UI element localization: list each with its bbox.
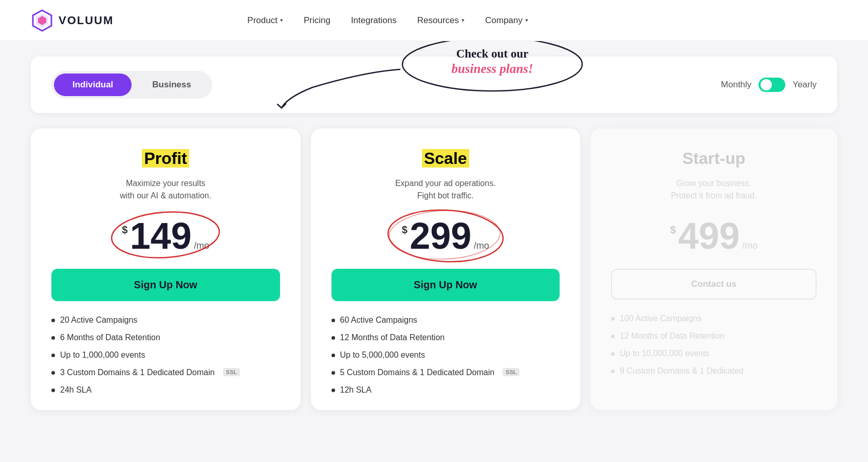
pricing-cards: Profit Maximize your results with our AI… xyxy=(31,128,837,410)
scale-features: 60 Active Campaigns 12 Months of Data Re… xyxy=(331,316,560,395)
list-item: 12 Months of Data Retention xyxy=(331,333,560,342)
list-item: 12h SLA xyxy=(331,385,560,395)
scale-desc: Expand your ad operations. Fight bot tra… xyxy=(331,177,560,202)
bullet-icon xyxy=(51,319,55,322)
profit-plan-name: Profit xyxy=(142,149,189,168)
profit-features: 20 Active Campaigns 6 Months of Data Ret… xyxy=(51,316,280,395)
list-item: Up to 5,000,000 events xyxy=(331,350,560,360)
list-item: 20 Active Campaigns xyxy=(51,316,280,325)
billing-toggle-switch[interactable] xyxy=(759,78,785,92)
nav-links: Product ▾ Pricing Integrations Resources… xyxy=(247,15,528,26)
svg-text:Check out our: Check out our xyxy=(456,47,528,60)
yearly-label: Yearly xyxy=(792,80,817,90)
svg-point-3 xyxy=(402,38,582,91)
plan-switcher-card: Individual Business Check out our busine… xyxy=(31,57,837,113)
nav-product[interactable]: Product ▾ xyxy=(247,15,283,26)
profit-price-area: $ 149 /mo xyxy=(51,217,280,254)
startup-contact-button[interactable]: Contact us xyxy=(611,269,817,300)
profit-signup-button[interactable]: Sign Up Now xyxy=(51,269,280,301)
scale-highlight: Scale xyxy=(422,149,469,168)
bullet-icon xyxy=(51,354,55,357)
profit-card: Profit Maximize your results with our AI… xyxy=(31,128,301,410)
list-item: Up to 10,000,000 events xyxy=(611,349,817,358)
main-content: Individual Business Check out our busine… xyxy=(0,41,868,431)
profit-currency: $ xyxy=(122,224,127,235)
startup-price: 499 xyxy=(678,215,740,256)
startup-desc: Grow your business. Protect it from ad f… xyxy=(611,177,817,202)
ssl-badge: SSL xyxy=(503,368,520,376)
logo-text: VOLUUM xyxy=(59,14,114,27)
ssl-badge: SSL xyxy=(223,368,240,376)
billing-toggle: Monthly Yearly xyxy=(721,78,817,92)
profit-name-wrapper: Profit xyxy=(51,149,280,173)
startup-price-area: $ 499 /mo xyxy=(611,217,817,254)
profit-per: /mo xyxy=(194,241,209,251)
bullet-icon xyxy=(331,354,335,357)
scale-per: /mo xyxy=(474,241,489,251)
bullet-icon xyxy=(611,352,615,356)
bullet-icon xyxy=(51,371,55,375)
list-item: 100 Active Campaigns xyxy=(611,314,817,323)
nav-resources[interactable]: Resources ▾ xyxy=(417,15,465,26)
scale-signup-button[interactable]: Sign Up Now xyxy=(331,269,560,301)
scale-name-wrapper: Scale xyxy=(331,149,560,173)
bullet-icon xyxy=(611,369,615,373)
list-item: 3 Custom Domains & 1 Dedicated Domain SS… xyxy=(51,368,280,377)
profit-desc: Maximize your results with our AI & auto… xyxy=(51,177,280,202)
chevron-down-icon: ▾ xyxy=(525,17,528,24)
bullet-icon xyxy=(331,371,335,375)
scale-currency: $ xyxy=(402,224,408,235)
nav-pricing[interactable]: Pricing xyxy=(304,15,330,26)
startup-features: 100 Active Campaigns 12 Months of Data R… xyxy=(611,314,817,376)
startup-name-wrapper: Start-up xyxy=(611,149,817,173)
bullet-icon xyxy=(331,336,335,340)
chevron-down-icon: ▾ xyxy=(280,17,283,24)
startup-per: /mo xyxy=(742,241,758,251)
plan-tabs: Individual Business xyxy=(51,71,212,99)
scale-price: 299 xyxy=(410,215,471,256)
startup-plan-name: Start-up xyxy=(682,149,746,168)
tab-business[interactable]: Business xyxy=(134,73,210,96)
profit-highlight: Profit xyxy=(142,149,189,168)
nav-integrations[interactable]: Integrations xyxy=(351,15,397,26)
bullet-icon xyxy=(611,317,615,321)
profit-price: 149 xyxy=(130,215,192,256)
list-item: Up to 1,000,000 events xyxy=(51,350,280,360)
list-item: 6 Months of Data Retention xyxy=(51,333,280,342)
list-item: 9 Custom Domains & 1 Dedicated xyxy=(611,366,817,376)
bullet-icon xyxy=(331,389,335,392)
list-item: 24h SLA xyxy=(51,385,280,395)
list-item: 60 Active Campaigns xyxy=(331,316,560,325)
logo[interactable]: VOLUUM xyxy=(31,9,114,32)
svg-text:business plans!: business plans! xyxy=(451,62,533,76)
scale-card: Scale Expand your ad operations. Fight b… xyxy=(311,128,581,410)
bullet-icon xyxy=(331,319,335,322)
navbar: VOLUUM Product ▾ Pricing Integrations Re… xyxy=(0,0,868,41)
annotation-area: Check out our business plans! xyxy=(354,31,621,100)
scale-plan-name: Scale xyxy=(422,149,469,168)
logo-icon xyxy=(31,9,53,32)
toggle-knob xyxy=(761,79,772,90)
nav-company[interactable]: Company ▾ xyxy=(485,15,528,26)
bullet-icon xyxy=(51,389,55,392)
scale-price-area: $ 299 /mo xyxy=(331,217,560,254)
tab-individual[interactable]: Individual xyxy=(54,73,132,96)
bullet-icon xyxy=(51,336,55,340)
bullet-icon xyxy=(611,335,615,338)
monthly-label: Monthly xyxy=(721,80,752,90)
chevron-down-icon: ▾ xyxy=(461,17,465,24)
startup-card: Start-up Grow your business. Protect it … xyxy=(590,128,837,410)
list-item: 5 Custom Domains & 1 Dedicated Domain SS… xyxy=(331,368,560,377)
startup-currency: $ xyxy=(670,224,676,235)
list-item: 12 Months of Data Retention xyxy=(611,331,817,341)
